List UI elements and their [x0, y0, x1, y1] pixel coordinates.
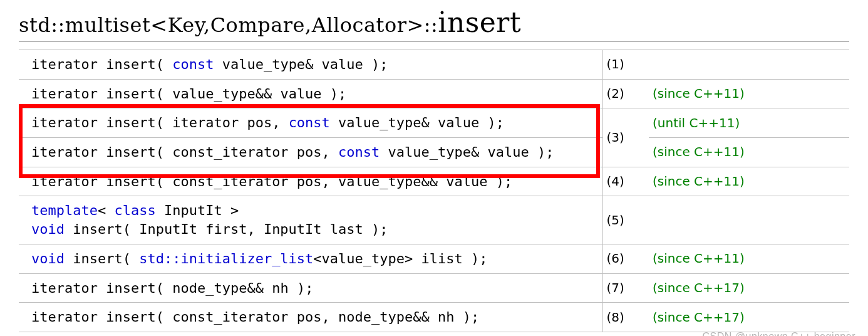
overload-number: (5) [602, 196, 649, 244]
table-row: iterator insert( const_iterator pos, val… [19, 167, 849, 196]
code-token: ; [479, 251, 487, 266]
overload-number: (7) [602, 273, 649, 303]
code-token: ; [496, 115, 504, 130]
code-token: node_type [172, 280, 247, 296]
page: std::multiset<Key,Compare,Allocator>::in… [0, 0, 868, 336]
signature-cell: iterator insert( const_iterator pos, nod… [19, 303, 602, 332]
signature-cell: template< class InputIt >void insert( In… [19, 196, 602, 244]
code-token: nh [264, 280, 297, 296]
code-token: ( [156, 115, 173, 130]
code-token: value_type [172, 86, 255, 102]
code-token: ( [156, 309, 173, 325]
code-token: && [413, 309, 430, 325]
table-row: iterator insert( value_type&& value );(2… [19, 79, 849, 108]
version-note [649, 50, 849, 80]
version-note: (since C++11) [649, 138, 849, 167]
watermark: CSDN @unknown C++ beginner [703, 331, 855, 336]
code-line: void insert( InputIt first, InputIt last… [31, 220, 584, 239]
code-token: ; [471, 309, 479, 325]
code-token: ( [156, 144, 173, 160]
table-row: iterator insert( node_type&& nh );(7)(si… [19, 273, 849, 303]
code-token: ) [297, 280, 305, 296]
keyword-token: template [31, 202, 98, 218]
code-line: iterator insert( iterator pos, const val… [31, 113, 584, 132]
table-row: void insert( std::initializer_list<value… [19, 244, 849, 273]
overload-number: (1) [602, 50, 649, 80]
signature-cell: iterator insert( const value_type& value… [19, 50, 602, 80]
code-token: InputIt [156, 202, 230, 218]
code-token: iterator insert [31, 309, 156, 325]
code-token: iterator insert [31, 144, 156, 160]
code-token: value_type [214, 56, 305, 72]
code-token: ; [305, 280, 313, 296]
code-line: iterator insert( const value_type& value… [31, 55, 584, 74]
version-note: (since C++17) [649, 273, 849, 303]
version-note: (since C++11) [649, 79, 849, 108]
code-token: value_type [330, 115, 421, 130]
code-token: > [230, 202, 239, 218]
code-line: void insert( std::initializer_list<value… [31, 249, 584, 268]
code-token: ( [156, 280, 173, 296]
keyword-token: class [114, 202, 155, 218]
code-token: ; [380, 56, 388, 72]
code-token: value [430, 115, 488, 130]
code-token: ) [471, 251, 479, 266]
code-token: iterator pos, [172, 115, 288, 130]
code-token: & [305, 56, 313, 72]
signature-cell: iterator insert( value_type&& value ); [19, 79, 602, 108]
code-token: < [313, 251, 321, 266]
code-token: insert [65, 251, 123, 266]
signature-cell: iterator insert( iterator pos, const val… [19, 108, 602, 138]
code-token: value [479, 144, 537, 160]
code-token: & [471, 144, 479, 160]
table-row: iterator insert( const_iterator pos, con… [19, 138, 849, 167]
overload-number: (3) [602, 108, 649, 167]
code-token: ( [123, 251, 140, 266]
code-token: > [405, 251, 413, 266]
keyword-token: const [289, 115, 330, 130]
keyword-token: void [31, 251, 65, 266]
code-token: ( [123, 221, 140, 237]
title-prefix: std::multiset<Key,Compare,Allocator>:: [19, 13, 438, 37]
declarations-table: iterator insert( const value_type& value… [19, 50, 849, 332]
keyword-token: void [31, 221, 65, 237]
version-note: (since C++11) [649, 244, 849, 273]
table-row: iterator insert( const value_type& value… [19, 50, 849, 80]
code-token: && [256, 86, 272, 102]
code-token: ; [380, 221, 388, 237]
code-token: value [272, 86, 330, 102]
code-line: iterator insert( value_type&& value ); [31, 85, 584, 103]
code-line: iterator insert( const_iterator pos, nod… [31, 308, 584, 327]
code-token: iterator insert [31, 115, 156, 130]
code-token: const_iterator pos, value_type [172, 174, 421, 189]
link-token: std::initializer_list [139, 251, 313, 266]
keyword-token: const [172, 56, 214, 72]
code-token: ( [156, 56, 173, 72]
code-token: ) [371, 221, 380, 237]
version-note: (until C++11) [649, 108, 849, 138]
table-row: template< class InputIt >void insert( In… [19, 196, 849, 244]
code-token: ) [463, 309, 471, 325]
version-note [649, 196, 849, 244]
version-note: (since C++17) [649, 303, 849, 332]
code-token: ( [156, 86, 173, 102]
code-token: value [438, 174, 496, 189]
code-token: ) [371, 56, 380, 72]
page-title: std::multiset<Key,Compare,Allocator>::in… [19, 6, 849, 42]
code-token: ; [338, 86, 346, 102]
code-token: ) [537, 144, 545, 160]
code-token: iterator insert [31, 280, 156, 296]
code-token: iterator insert [31, 56, 156, 72]
code-token: < [98, 202, 106, 218]
code-token: const_iterator pos, node_type [172, 309, 413, 325]
code-token: ) [330, 86, 338, 102]
keyword-token: const [338, 144, 380, 160]
code-token: ) [496, 174, 504, 189]
code-token: ilist [413, 251, 471, 266]
signature-cell: void insert( std::initializer_list<value… [19, 244, 602, 273]
code-token: value_type [380, 144, 471, 160]
code-line: iterator insert( node_type&& nh ); [31, 279, 584, 298]
code-token: & [421, 115, 430, 130]
code-token: InputIt first, InputIt last [139, 221, 371, 237]
code-token: && [421, 174, 438, 189]
